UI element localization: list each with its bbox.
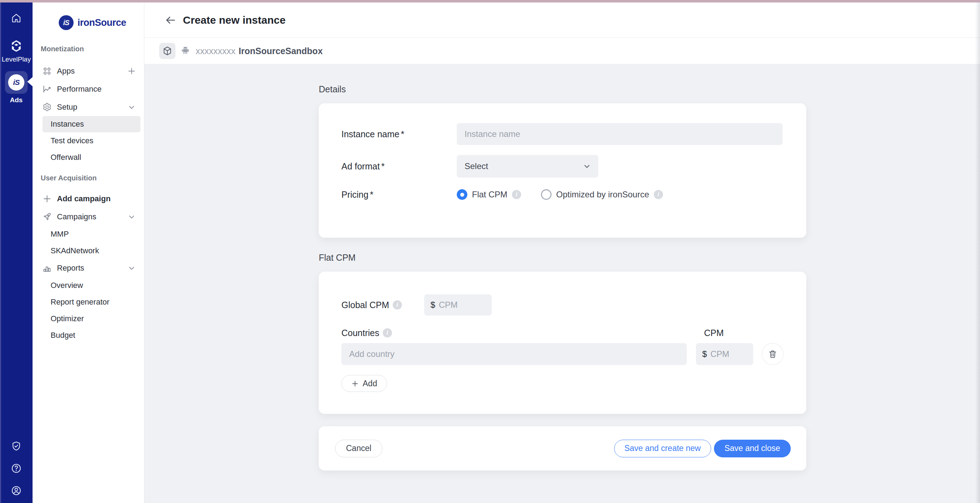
product-rail: LevelPlay iS Ads: [0, 3, 33, 503]
chevron-down-icon: [127, 103, 136, 111]
sidebar-item-add-campaign[interactable]: Add campaign: [33, 189, 144, 208]
details-card: Instance name* Ad format* Select Pricing…: [319, 103, 806, 238]
info-icon[interactable]: i: [654, 190, 663, 199]
plus-icon: [43, 194, 52, 204]
app-window: LevelPlay iS Ads: [0, 0, 980, 503]
sidebar-item-setup[interactable]: Setup: [33, 98, 144, 116]
sidebar-item-label: Campaigns: [57, 212, 96, 221]
chevron-down-icon: [583, 162, 591, 170]
campaigns-rocket-icon: [43, 212, 52, 221]
sidebar-item-overview[interactable]: Overview: [33, 277, 144, 294]
help-icon: [11, 463, 22, 474]
section-label-monetization: Monetization: [41, 45, 144, 54]
sidebar-item-budget[interactable]: Budget: [33, 327, 144, 344]
add-country-row-button[interactable]: Add: [341, 375, 387, 392]
main-area: Create new instance xxxxxxxxx IronSource…: [144, 3, 980, 503]
page-header: Create new instance: [144, 3, 980, 38]
details-section-title: Details: [319, 84, 806, 94]
sidebar-item-test-devices[interactable]: Test devices: [33, 132, 144, 149]
ad-format-select-value: Select: [465, 161, 488, 171]
sidebar-item-label: Setup: [57, 103, 78, 112]
pricing-label: Pricing*: [341, 189, 457, 200]
save-and-close-button[interactable]: Save and close: [714, 440, 791, 457]
save-and-create-new-button[interactable]: Save and create new: [614, 440, 711, 457]
cancel-button[interactable]: Cancel: [335, 440, 382, 457]
instance-name-input[interactable]: [457, 123, 783, 145]
window-top-border: [0, 0, 980, 3]
sidebar-item-reports[interactable]: Reports: [33, 259, 144, 277]
form-content: Details Instance name* Ad format* Select: [144, 64, 980, 503]
cube-app-icon: [162, 46, 172, 56]
ad-format-select[interactable]: Select: [457, 155, 598, 178]
sidebar-item-apps[interactable]: Apps: [33, 62, 144, 80]
rail-item-account[interactable]: [11, 485, 22, 496]
performance-chart-icon: [43, 84, 52, 94]
sidebar-item-optimizer[interactable]: Optimizer: [33, 310, 144, 327]
ironsource-logo[interactable]: iS ironSource: [59, 15, 144, 30]
required-mark: *: [370, 189, 373, 199]
pricing-option-optimized[interactable]: Optimized by ironSource i: [541, 189, 663, 200]
shield-check-icon: [11, 441, 22, 451]
pricing-option-label: Optimized by ironSource: [556, 189, 649, 199]
ironsource-logo-word: ironSource: [78, 18, 126, 28]
ads-active-tile: iS: [5, 71, 28, 94]
countries-label: Countries i: [341, 328, 392, 338]
pricing-option-label: Flat CPM: [472, 189, 508, 199]
app-cube-badge: [159, 43, 175, 59]
radio-unselected-icon: [541, 189, 552, 200]
sidebar-item-report-generator[interactable]: Report generator: [33, 294, 144, 310]
sidebar-item-campaigns[interactable]: Campaigns: [33, 208, 144, 226]
app-id: xxxxxxxxx: [196, 46, 235, 56]
plus-icon: [351, 380, 359, 387]
rail-item-levelplay[interactable]: LevelPlay: [2, 39, 31, 63]
android-icon: [180, 46, 191, 56]
add-country-input[interactable]: [341, 343, 687, 365]
sidebar-item-label: Performance: [57, 84, 102, 94]
setup-gear-icon: [43, 103, 52, 112]
instance-name-label: Instance name*: [341, 129, 457, 139]
chevron-down-icon: [127, 264, 136, 272]
rail-label-ads: Ads: [10, 96, 23, 104]
sidebar-item-skadnetwork[interactable]: SKAdNetwork: [33, 242, 144, 259]
required-mark: *: [381, 161, 385, 171]
global-cpm-label: Global CPM i: [341, 300, 402, 310]
sidebar: iS ironSource Monetization Apps Performa…: [33, 3, 144, 503]
radio-selected-icon: [457, 189, 467, 200]
flat-cpm-section-title: Flat CPM: [319, 253, 806, 263]
sidebar-item-label: Reports: [57, 264, 84, 273]
sidebar-item-label: Add campaign: [57, 194, 111, 204]
ironsource-logo-badge: iS: [59, 15, 73, 30]
sidebar-item-instances[interactable]: Instances: [43, 116, 140, 132]
global-cpm-field[interactable]: [439, 300, 485, 310]
country-cpm-input[interactable]: $: [696, 343, 754, 365]
info-icon[interactable]: i: [393, 300, 402, 309]
sidebar-item-performance[interactable]: Performance: [33, 80, 144, 98]
rail-item-home[interactable]: [11, 13, 22, 23]
plus-icon[interactable]: [127, 67, 136, 75]
rail-item-ads[interactable]: iS Ads: [5, 71, 28, 104]
rail-label-levelplay: LevelPlay: [2, 56, 31, 63]
section-label-user-acquisition: User Acquisition: [41, 174, 144, 183]
scrollbar[interactable]: [975, 3, 980, 503]
rail-item-help[interactable]: [11, 463, 22, 474]
info-icon[interactable]: i: [512, 190, 521, 199]
form-actions-card: Cancel Save and create new Save and clos…: [319, 426, 806, 470]
cpm-column-label: CPM: [704, 328, 784, 338]
sidebar-item-mmp[interactable]: MMP: [33, 226, 144, 242]
home-icon: [11, 13, 22, 23]
trash-icon: [768, 350, 777, 359]
ironsource-ads-logo: iS: [8, 74, 24, 91]
rail-item-privacy[interactable]: [11, 441, 22, 451]
country-cpm-row: $: [341, 343, 784, 365]
delete-row-button[interactable]: [762, 343, 784, 365]
app-context-bar: xxxxxxxxx IronSourceSandbox: [144, 38, 980, 64]
currency-symbol: $: [431, 300, 435, 310]
pricing-option-flat-cpm[interactable]: Flat CPM i: [457, 189, 521, 200]
back-arrow-icon[interactable]: [164, 14, 177, 26]
country-cpm-field[interactable]: [710, 349, 747, 359]
global-cpm-input[interactable]: $: [424, 294, 492, 315]
sidebar-item-offerwall[interactable]: Offerwall: [33, 149, 144, 166]
apps-grid-icon: [43, 67, 52, 76]
ad-format-label: Ad format*: [341, 161, 457, 172]
info-icon[interactable]: i: [383, 328, 392, 337]
